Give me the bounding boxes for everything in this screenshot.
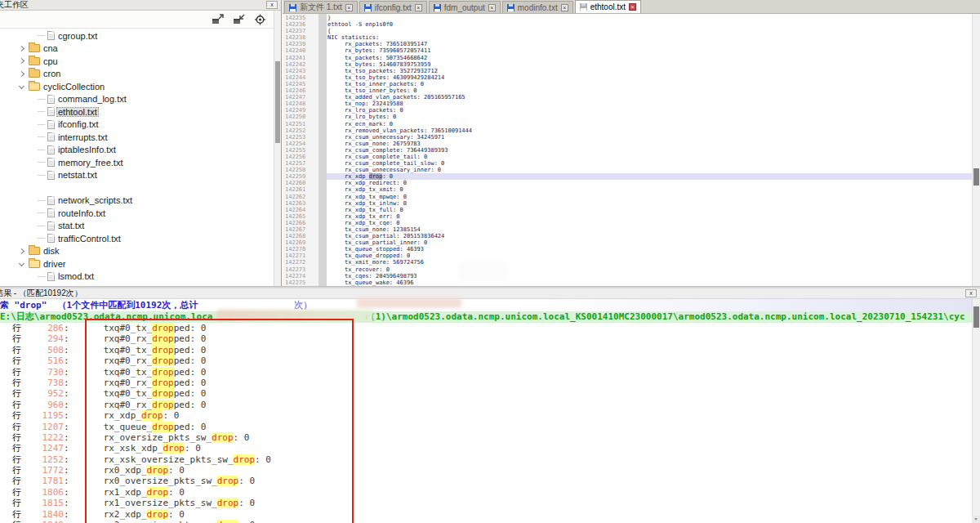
code-line[interactable]: 142267 tx_csum_none: 12385154	[283, 226, 972, 233]
tree-item-cgroup.txt[interactable]: cgroup.txt	[0, 29, 274, 42]
chevron-collapsed-icon[interactable]	[19, 58, 24, 64]
code-line[interactable]: 142273 tx_recover: 0	[283, 266, 972, 273]
code-line[interactable]: 142264 rx_xdp_tx_full: 0	[283, 207, 972, 213]
result-row[interactable]: 行1806:rx1_xdp_drop: 0	[0, 487, 972, 498]
code-line[interactable]: 142261 rx_xdp_tx_xmit: 0	[283, 186, 972, 193]
workspace-scrollbar[interactable]	[274, 11, 281, 286]
code-line[interactable]: 142243 tx_tso_packets: 35272932712	[283, 68, 972, 74]
tree-item-ethtool.txt[interactable]: ethtool.txt	[0, 105, 274, 118]
chevron-collapsed-icon[interactable]	[19, 248, 24, 254]
result-row[interactable]: 行294:rxq#0_rx_dropped: 0	[0, 333, 972, 344]
editor-scrollbar-thumb[interactable]	[973, 168, 979, 186]
code-line[interactable]: 142271 tx_queue_dropped: 0	[283, 253, 972, 259]
tree-item-routeInfo.txt[interactable]: routeInfo.txt	[0, 207, 274, 220]
code-line[interactable]: 142272 tx_xmit_more: 569724756	[283, 259, 972, 266]
result-row[interactable]: 行1815:rx1_oversize_pkts_sw_drop: 0	[0, 498, 972, 508]
results-close-button[interactable]: x	[965, 289, 977, 297]
code-line[interactable]: 142270 tx_queue_stopped: 46393	[283, 246, 972, 253]
results-scrollbar[interactable]: ▾	[972, 299, 980, 523]
tree-item-cyclicCollection[interactable]: cyclicCollection	[0, 80, 274, 93]
code-line[interactable]: 142253 rx_csum_unnecessary: 34245971	[283, 134, 972, 141]
results-scrollbar-thumb[interactable]	[973, 306, 979, 328]
code-line[interactable]: 142237{	[283, 28, 972, 34]
tree-item-cron[interactable]: cron	[0, 68, 274, 81]
code-line[interactable]: 142244 tx_tso_bytes: 463099429284214	[283, 74, 972, 81]
code-line[interactable]: 142236ethtool -S enp1s0f0	[283, 21, 972, 28]
code-line[interactable]: 142245 tx_tso_inner_packets: 0	[283, 81, 972, 87]
code-line[interactable]: 142258 rx_csum_unnecessary_inner: 0	[283, 167, 972, 173]
tab-close-icon[interactable]: ×	[629, 3, 636, 11]
scrollbar-down-arrow-icon[interactable]: ▾	[972, 516, 980, 523]
tab-close-icon[interactable]: ×	[561, 4, 568, 11]
chevron-expanded-icon[interactable]	[19, 83, 24, 89]
code-line[interactable]: 142246 tx_tso_inner_bytes: 0	[283, 87, 972, 94]
collapse-panel-icon[interactable]	[233, 14, 246, 25]
result-row[interactable]: 行1849:rx2_oversize_pkts_sw_drop: 0	[0, 520, 972, 523]
workspace-scrollbar-thumb[interactable]	[275, 61, 280, 143]
code-line[interactable]: 142262 rx_xdp_tx_mpwqe: 0	[283, 194, 972, 200]
result-row[interactable]: 行508:txq#0_tx_dropped: 0	[0, 345, 972, 355]
result-row[interactable]: 行1840:rx2_xdp_drop: 0	[0, 509, 972, 520]
code-line[interactable]: 142266 rx_xdp_tx_cqe: 0	[283, 220, 972, 226]
tree-item-interrupts.txt[interactable]: interrupts.txt	[0, 131, 274, 144]
chevron-expanded-icon[interactable]	[19, 261, 24, 266]
tree-item-stat.txt[interactable]: stat.txt	[0, 220, 274, 233]
result-row[interactable]: 行286:txq#0_tx_dropped: 0	[0, 323, 972, 333]
code-line[interactable]: 142254 rx_csum_none: 26759783	[283, 141, 972, 147]
code-line[interactable]: 142257 rx_csum_complete_tail_slow: 0	[283, 160, 972, 167]
tree-item-cna[interactable]: cna	[0, 42, 274, 56]
workspace-close-button[interactable]: x	[266, 1, 278, 9]
chevron-collapsed-icon[interactable]	[19, 71, 24, 77]
result-row[interactable]: 行1247:rx_xsk_xdp_drop: 0	[0, 443, 972, 454]
tree-item-disk[interactable]: disk	[0, 245, 274, 258]
tree-item-network_scripts.txt[interactable]: network_scripts.txt	[0, 194, 274, 208]
result-row[interactable]: 行952:txq#0_tx_dropped: 0	[0, 388, 972, 399]
code-line[interactable]: 142242 tx_bytes: 514607839753959	[283, 61, 972, 68]
tab-close-icon[interactable]: ×	[415, 4, 422, 11]
tree-item-netstat.txt[interactable]: netstat.txt	[0, 169, 274, 182]
tree-item-memory_free.txt[interactable]: memory_free.txt	[0, 156, 274, 169]
result-row[interactable]: 行738:rxq#0_rx_dropped: 0	[0, 378, 972, 388]
code-line[interactable]: 142274 tx_cqes: 204596498793	[283, 273, 972, 279]
expand-panel-icon[interactable]	[212, 14, 225, 25]
code-line[interactable]: 142275 tx_queue_wake: 46396	[283, 279, 972, 286]
code-line[interactable]: 142260 rx_xdp_redirect: 0	[283, 180, 972, 186]
code-line[interactable]: 142249 rx_lro_packets: 0	[283, 107, 972, 114]
code-line[interactable]: 142265 rx_xdp_tx_err: 0	[283, 213, 972, 220]
tree-item-lsmod.txt[interactable]: lsmod.txt	[0, 270, 274, 284]
code-line[interactable]: 142239 rx_packets: 736510395147	[283, 41, 972, 47]
chevron-collapsed-icon[interactable]	[19, 46, 24, 51]
tree-item-iptablesInfo.txt[interactable]: iptablesInfo.txt	[0, 144, 274, 157]
code-line[interactable]: 142241 tx_packets: 507354668642	[283, 55, 972, 61]
code-line[interactable]: 142255 rx_csum_complete: 736449389393	[283, 147, 972, 154]
code-line[interactable]: 142251 rx_ecn_mark: 0	[283, 121, 972, 127]
code-line[interactable]: 142248 tx_nop: 232419588	[283, 101, 972, 107]
result-row[interactable]: 行960:rxq#0_rx_dropped: 0	[0, 400, 972, 410]
code-line[interactable]: 142240 rx_bytes: 735960572057411	[283, 47, 972, 54]
tab-ifconfig.txt[interactable]: ifconfig.txt×	[359, 1, 427, 13]
result-row[interactable]: 行1207:tx_queue_dropped: 0	[0, 422, 972, 432]
results-file-path[interactable]: E:\日志\armod0523.odata.ncmp.unicom.locar(…	[0, 311, 972, 323]
result-row[interactable]: 行1222:rx_oversize_pkts_sw_drop: 0	[0, 432, 972, 443]
result-row[interactable]: 行730:txq#0_tx_dropped: 0	[0, 367, 972, 378]
code-area[interactable]: 142235}142236ethtool -S enp1s0f0142237{1…	[283, 15, 972, 286]
editor-body[interactable]: 142235}142236ethtool -S enp1s0f0142237{1…	[283, 14, 980, 286]
code-line[interactable]: 142259 rx_xdp_drop: 0	[283, 173, 972, 180]
code-line[interactable]: 142256 rx_csum_complete_tail: 0	[283, 154, 972, 160]
tree-item-ifconfig.txt[interactable]: ifconfig.txt	[0, 118, 274, 132]
tree-item-trafficControl.txt[interactable]: trafficControl.txt	[0, 232, 274, 245]
result-row[interactable]: 行1195:rx_xdp_drop: 0	[0, 410, 972, 421]
tree-item-cpu[interactable]: cpu	[0, 55, 274, 68]
tree-item-command_log.txt[interactable]: command_log.txt	[0, 93, 274, 106]
result-row[interactable]: 行1252:rx_xsk_oversize_pkts_sw_drop: 0	[0, 454, 972, 465]
code-line[interactable]: 142263 rx_xdp_tx_inlnw: 0	[283, 200, 972, 207]
code-line[interactable]: 142252 rx_removed_vlan_packets: 73651009…	[283, 127, 972, 134]
tab-close-icon[interactable]: ×	[345, 4, 353, 11]
code-line[interactable]: 142235}	[283, 15, 972, 21]
result-row[interactable]: 行516:rxq#0_rx_dropped: 0	[0, 355, 972, 366]
tree-item-driver[interactable]: driver	[0, 257, 274, 270]
code-line[interactable]: 142247 tx_added_vlan_packets: 2051659571…	[283, 94, 972, 101]
tab-fdm_output[interactable]: fdm_output×	[429, 1, 501, 13]
result-row[interactable]: 行1781:rx0_oversize_pkts_sw_drop: 0	[0, 476, 972, 486]
tab-close-icon[interactable]: ×	[488, 4, 496, 11]
